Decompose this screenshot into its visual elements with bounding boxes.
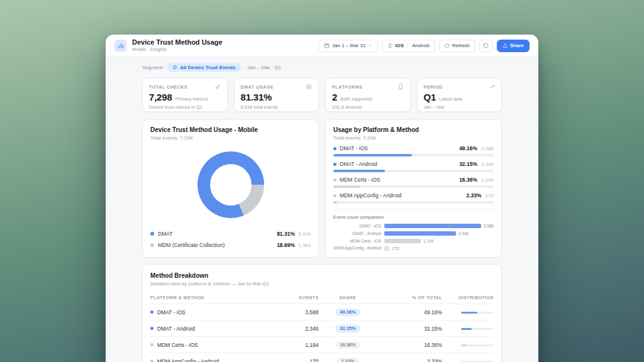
stat-note: Primary metrics <box>175 96 208 102</box>
refresh-label: Refresh <box>452 43 470 48</box>
chevron-down-icon <box>368 43 372 48</box>
comparison-bar <box>384 239 421 243</box>
history-button[interactable] <box>479 40 493 52</box>
table-row: MDM AppConfig - Android 170 2.33% 2.33% <box>150 353 494 362</box>
usage-dot-icon <box>333 178 336 182</box>
usage-bar-fill <box>333 185 360 188</box>
date-range-button[interactable]: Jan 1 – Mar 31 <box>318 40 378 52</box>
stat-value: 2 <box>332 92 337 102</box>
row-platform-method: MDM AppConfig - Android <box>157 358 219 362</box>
stat-label: TOTAL CHECKS <box>149 85 187 89</box>
usage-count: 170 <box>486 193 494 199</box>
row-pct-total: 16.36% <box>377 337 442 353</box>
table-row: DMAT - iOS 3,588 49.16% 49.16% <box>150 304 494 321</box>
row-share-badge: 16.36% <box>335 341 360 349</box>
stat-value: 81.31% <box>241 92 272 102</box>
donut-chart <box>197 151 264 218</box>
comparison-bar-row: DMAT - iOS 3,588 <box>333 224 494 229</box>
bar-chart-icon <box>114 40 127 52</box>
row-share-badge: 32.15% <box>335 325 360 332</box>
breakdown-table-body: DMAT - iOS 3,588 49.16% 49.16% DMAT - An… <box>150 304 494 362</box>
row-distribution-track <box>461 328 494 330</box>
row-events: 1,194 <box>274 337 319 353</box>
refresh-button[interactable]: Refresh <box>439 40 475 52</box>
row-platform-method: DMAT - Android <box>157 326 195 332</box>
segment-filter-pill[interactable]: All Device Trust Events <box>167 63 240 72</box>
table-row: MDM Certs - iOS 1,194 16.36% 16.36% <box>150 337 494 353</box>
platform-option-ios[interactable]: iOS <box>395 43 404 48</box>
segment-period-text: · Jan – Mar · Q1 <box>245 65 281 70</box>
row-pct-total: 32.15% <box>377 321 442 337</box>
comparison-bar <box>384 231 456 236</box>
column-header-events: EVENTS <box>274 292 319 304</box>
date-range-label: Jan 1 – Mar 31 <box>332 43 365 48</box>
comparison-category-label: DMAT - iOS <box>333 224 381 229</box>
usage-label: DMAT - Android <box>340 161 377 167</box>
comparison-category-label: MDM AppConfig - Android <box>333 246 381 251</box>
usage-count: 1,194 <box>481 177 494 183</box>
usage-dot-icon <box>333 147 336 150</box>
row-dot-icon <box>150 327 153 330</box>
legend-count: 1,364 <box>298 243 311 248</box>
row-dot-icon <box>150 343 153 346</box>
platform-segmented-control: iOS Android <box>382 40 435 52</box>
row-pct-total: 2.33% <box>377 353 442 362</box>
comparison-bar <box>384 224 481 228</box>
comparison-value-label: 3,588 <box>484 224 494 228</box>
column-header-platform: PLATFORM & METHOD <box>150 292 274 304</box>
breadcrumb: Mobile · Insights <box>132 47 223 53</box>
breakdown-subtitle: Detailed view by platform & method — Jan… <box>150 281 494 287</box>
row-distribution-fill <box>461 312 477 314</box>
comparison-bars: DMAT - iOS 3,588DMAT - Android 2,346MDM … <box>333 224 494 251</box>
usage-label: MDM Certs - iOS <box>340 177 380 183</box>
platform-option-android[interactable]: Android <box>412 43 430 48</box>
legend-item: DMAT 81.31% 5,934 <box>150 228 311 239</box>
usage-bar-fill <box>333 170 385 172</box>
activity-icon <box>214 84 221 90</box>
usage-card: Usage by Platform & Method Total events:… <box>325 119 502 258</box>
divider <box>408 42 408 49</box>
usage-bar-track <box>333 154 494 156</box>
comparison-title: Event count comparison <box>333 214 494 220</box>
row-dot-icon <box>150 310 153 314</box>
stat-note: Both supported <box>340 96 372 102</box>
row-distribution-track <box>461 312 494 314</box>
comparison-category-label: DMAT - Android <box>333 231 381 236</box>
trending-up-icon <box>489 84 495 90</box>
row-share-badge: 49.16% <box>335 309 360 316</box>
comparison-bar-row: DMAT - Android 2,346 <box>333 231 494 236</box>
column-header-distribution: DISTRIBUTION <box>442 292 494 304</box>
stat-cards-row: TOTAL CHECKS 7,298 Primary metrics Devic… <box>142 78 502 112</box>
row-distribution-track <box>461 344 494 346</box>
comparison-value-label: 2,346 <box>458 231 469 236</box>
stat-card-dmat-usage: DMAT USAGE 81.31% 5,934 total events <box>234 78 319 112</box>
usage-card-title: Usage by Platform & Method <box>333 126 494 133</box>
breakdown-table: PLATFORM & METHOD EVENTS SHARE % OF TOTA… <box>150 292 494 362</box>
legend-share: 18.69% <box>277 242 295 248</box>
usage-dot-icon <box>333 163 336 166</box>
usage-share: 2.33% <box>467 192 482 199</box>
usage-bar-fill <box>333 154 412 156</box>
window-header: Device Trust Method Usage Mobile · Insig… <box>106 35 538 57</box>
comparison-category-label: MDM Certs - iOS <box>333 239 381 244</box>
usage-label: DMAT - iOS <box>340 145 368 151</box>
usage-row: MDM AppConfig - Android 2.33% 170 <box>333 192 494 204</box>
usage-dot-icon <box>333 194 336 197</box>
donut-legend: DMAT 81.31% 5,934 MDM (Certificate Colle… <box>150 228 311 251</box>
usage-row: DMAT - iOS 49.16% 3,588 <box>333 145 494 156</box>
comparison-bar-row: MDM Certs - iOS 1,194 <box>333 239 494 244</box>
usage-label: MDM AppConfig - Android <box>340 192 401 199</box>
row-distribution-fill <box>461 344 467 346</box>
share-button[interactable]: Share <box>497 40 530 52</box>
row-pct-total: 49.16% <box>377 304 442 321</box>
event-count-comparison: Event count comparison DMAT - iOS 3,588D… <box>333 209 494 253</box>
comparison-bar-row: MDM AppConfig - Android 170 <box>333 246 494 251</box>
smartphone-icon <box>387 43 392 48</box>
target-icon <box>306 84 312 90</box>
stat-label: DMAT USAGE <box>241 85 274 89</box>
row-events: 170 <box>274 353 319 362</box>
legend-count: 5,934 <box>298 231 311 237</box>
share-label: Share <box>510 43 524 48</box>
stat-sub: iOS & Android <box>332 104 404 110</box>
usage-count: 3,588 <box>481 146 494 151</box>
